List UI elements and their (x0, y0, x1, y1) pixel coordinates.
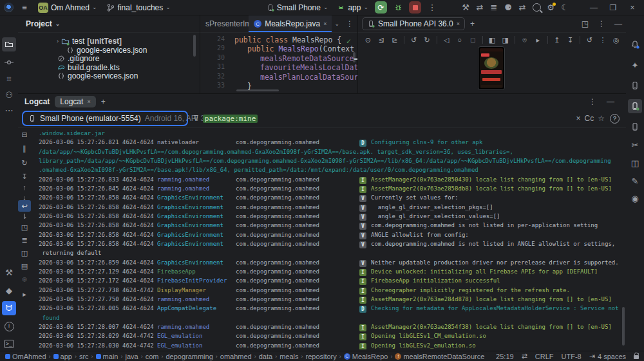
logcat-icon[interactable] (2, 301, 16, 315)
breadcrumb-item[interactable]: fmealsRemoteDataSource (395, 353, 484, 360)
unlock-icon[interactable] (634, 355, 639, 359)
rotate-right-icon[interactable]: ↻ (421, 34, 433, 46)
code-area[interactable]: ✓ 24public class MealsRepo {29public Mea… (200, 33, 357, 93)
breadcrumb-item[interactable]: data (259, 353, 272, 360)
editor-more-icon[interactable]: ⋮ (342, 19, 357, 28)
commit-icon[interactable] (2, 55, 16, 69)
tab-list-chevron-icon[interactable]: ⌄ (332, 21, 342, 27)
terminal-icon[interactable]: >_ (2, 337, 16, 351)
window-maximize-button[interactable]: ❐ (605, 3, 621, 12)
logcat-scrollbar[interactable] (622, 307, 625, 346)
project-tree-item[interactable]: google-services.json (57, 71, 138, 80)
stop-button[interactable] (409, 1, 421, 14)
breadcrumb-item[interactable]: main (96, 353, 118, 360)
problems-icon[interactable]: ! (2, 319, 16, 333)
more-run-options-icon[interactable]: ⋮ (425, 1, 439, 14)
more-icon[interactable]: ⋮ (594, 19, 609, 28)
device-tab[interactable]: Small Phone API 36.0 × (362, 17, 465, 30)
split-panels-icon[interactable]: ◫ (18, 247, 31, 259)
project-tree-item[interactable]: .gitignore (57, 54, 99, 63)
close-icon[interactable]: × (457, 21, 460, 27)
rerun-button[interactable]: ⟳ (375, 1, 387, 14)
breadcrumb-item[interactable]: omahmed (220, 353, 252, 360)
overview-icon[interactable]: □ (467, 34, 479, 46)
hamburger-menu-icon[interactable]: ≡ (17, 1, 32, 14)
install-icon[interactable]: ↧ (564, 34, 576, 46)
logcat-tab[interactable]: Logcat × (55, 96, 95, 107)
layout-inspector-icon[interactable]: ✎ (628, 174, 642, 188)
print-icon[interactable]: ▤ (18, 260, 31, 272)
clear-logcat-icon[interactable]: ⊟ (18, 129, 31, 140)
fold-left-icon[interactable]: ◧ (486, 34, 498, 46)
scroll-to-end-icon[interactable]: ↧ (18, 171, 31, 182)
tab-presenterimp[interactable]: sPresenterImp.java (200, 15, 249, 32)
encoding-widget[interactable]: UTF-8 (562, 353, 582, 360)
expand-chevron-icon[interactable]: › (57, 39, 59, 44)
breadcrumb-item[interactable]: CMealsRepo (344, 353, 388, 360)
configure-icon[interactable]: ≣ (18, 234, 31, 246)
favorite-filter-icon[interactable]: ☆ (598, 114, 605, 123)
project-panel-title[interactable]: Project (26, 19, 52, 28)
restart-icon[interactable]: ↻ (18, 157, 31, 169)
close-icon[interactable]: × (323, 21, 327, 27)
app-quality-insights-icon[interactable]: ◆ (2, 283, 16, 297)
sync-project-icon[interactable]: ⇄ (515, 1, 529, 14)
ai-assistant-icon[interactable]: ✦ (628, 58, 642, 72)
todo-list-icon[interactable]: ≣ (487, 1, 501, 14)
project-tree-item[interactable]: google-services.json (66, 46, 147, 55)
build-icon[interactable]: ⚒ (2, 265, 16, 279)
project-widget[interactable]: OA Om Ahmed ⌄ (35, 1, 100, 14)
filter-value[interactable]: package:mine (203, 115, 258, 123)
indent-widget[interactable]: ⇥ 4 spaces (589, 352, 626, 360)
project-icon[interactable] (2, 37, 16, 51)
running-devices-icon[interactable] (628, 99, 642, 113)
line-ending-widget[interactable]: CRLF (535, 353, 554, 360)
volume-down-icon[interactable]: ⊵ (388, 34, 401, 46)
breadcrumb-item[interactable]: src (79, 353, 89, 360)
more-tool-windows-icon[interactable]: ⋯ (2, 103, 16, 117)
expand-icon[interactable]: ◳ (18, 221, 31, 233)
breadcrumb-item[interactable]: java (125, 353, 138, 360)
close-icon[interactable]: × (87, 99, 90, 105)
clear-filter-icon[interactable]: × (576, 114, 581, 123)
window-close-button[interactable]: × (625, 3, 640, 12)
screen-capture-icon[interactable]: ◉ (628, 191, 642, 205)
notifications-icon[interactable] (628, 37, 642, 51)
window-minimize-button[interactable]: — (586, 3, 601, 12)
device-mirror[interactable] (478, 46, 505, 90)
fold-right-icon[interactable]: ◨ (499, 34, 511, 46)
breadcrumb-item[interactable]: OmAhmed (5, 353, 46, 360)
structure-icon[interactable]: ⌗ (2, 72, 16, 86)
editor-hscrollbar[interactable] (236, 89, 279, 91)
match-case-toggle[interactable]: Cc (585, 114, 594, 123)
logcat-output[interactable]: .window.sidecar.jar2026-03-06 15:27:26.8… (31, 127, 623, 349)
reset-icon[interactable]: ↺ (583, 34, 596, 46)
breadcrumb-item[interactable]: meals (279, 353, 298, 360)
project-tree-item[interactable]: build.gradle.kts (57, 63, 120, 72)
rotate-left-icon[interactable]: ↺ (408, 34, 420, 46)
help-icon[interactable]: ? (610, 114, 620, 124)
device-explorer-icon[interactable]: ◫ (628, 156, 642, 170)
column-selection-icon[interactable]: ⇄ (522, 352, 527, 360)
open-in-window-icon[interactable]: ◳ (582, 19, 589, 28)
scroll-to-bottom-icon[interactable]: ⇂ (18, 210, 31, 222)
build-tools-icon[interactable]: ⚒ (459, 1, 473, 14)
debug-button[interactable] (391, 1, 405, 14)
home-icon[interactable]: ○ (453, 34, 466, 46)
caret-position[interactable]: 25:19 (496, 353, 514, 360)
more-icon[interactable]: ⋮ (597, 34, 609, 46)
dark-theme-icon[interactable]: ☾ (558, 1, 572, 14)
cut-tool-icon[interactable]: ✂ (628, 138, 642, 152)
logcat-device-selector[interactable]: Small Phone (emulator-5554) Android 16, … (22, 111, 188, 126)
logcat-filter-input[interactable]: ⊽ package:mine × Cc ☆ (193, 111, 605, 125)
chevron-down-icon[interactable]: ⌄ (55, 21, 61, 27)
pull-requests-icon[interactable]: ⚇ (2, 88, 16, 102)
back-icon[interactable]: ◁ (440, 34, 453, 46)
breadcrumb-item[interactable]: app (53, 353, 72, 360)
logcat-more-icon[interactable]: ⋮ (589, 97, 596, 106)
screen-record-icon[interactable]: ▸ (18, 288, 31, 300)
search-everywhere-icon[interactable] (529, 1, 544, 14)
screenshot-icon[interactable]: ⌾ (518, 34, 531, 46)
breadcrumb-item[interactable]: com (146, 353, 159, 360)
logcat-title[interactable]: Logcat (24, 97, 50, 106)
